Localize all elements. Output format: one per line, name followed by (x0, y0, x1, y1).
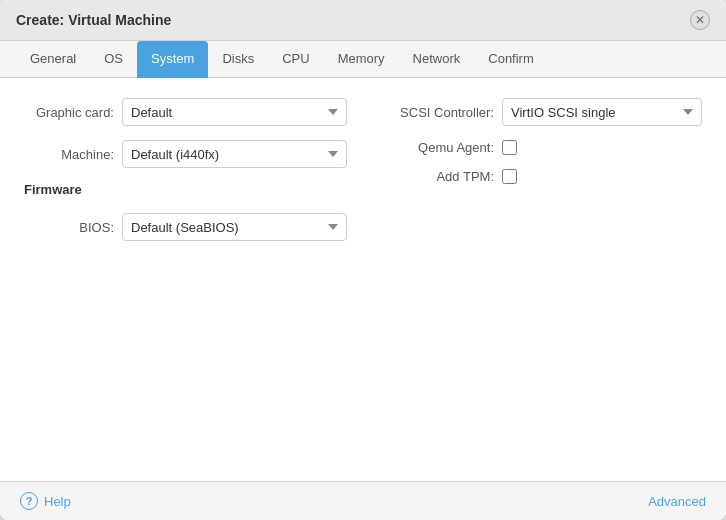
left-form-section: Graphic card: Default Machine: Default (… (24, 98, 347, 241)
dialog: Create: Virtual Machine ✕ General OS Sys… (0, 0, 726, 520)
add-tpm-row: Add TPM: (379, 169, 702, 184)
add-tpm-label: Add TPM: (379, 169, 494, 184)
bios-label: BIOS: (24, 220, 114, 235)
help-button[interactable]: ? Help (20, 492, 71, 510)
add-tpm-checkbox[interactable] (502, 169, 517, 184)
graphic-card-row: Graphic card: Default (24, 98, 347, 126)
tab-confirm[interactable]: Confirm (474, 41, 548, 78)
tab-system[interactable]: System (137, 41, 208, 78)
firmware-heading: Firmware (24, 182, 82, 197)
form-grid: Graphic card: Default Machine: Default (… (24, 98, 702, 241)
tab-network[interactable]: Network (399, 41, 475, 78)
help-label: Help (44, 494, 71, 509)
right-form-section: SCSI Controller: VirtIO SCSI single Qemu… (379, 98, 702, 241)
close-button[interactable]: ✕ (690, 10, 710, 30)
qemu-agent-checkbox-wrap (502, 140, 517, 155)
footer: ? Help Advanced (0, 481, 726, 520)
qemu-agent-checkbox[interactable] (502, 140, 517, 155)
machine-select[interactable]: Default (i440fx) (122, 140, 347, 168)
scsi-controller-label: SCSI Controller: (379, 105, 494, 120)
machine-row: Machine: Default (i440fx) (24, 140, 347, 168)
help-icon: ? (20, 492, 38, 510)
qemu-agent-row: Qemu Agent: (379, 140, 702, 155)
tab-cpu[interactable]: CPU (268, 41, 323, 78)
scsi-controller-row: SCSI Controller: VirtIO SCSI single (379, 98, 702, 126)
graphic-card-select[interactable]: Default (122, 98, 347, 126)
qemu-agent-label: Qemu Agent: (379, 140, 494, 155)
bios-row: BIOS: Default (SeaBIOS) (24, 213, 347, 241)
tab-os[interactable]: OS (90, 41, 137, 78)
tabs-bar: General OS System Disks CPU Memory Netwo… (0, 41, 726, 78)
tab-disks[interactable]: Disks (208, 41, 268, 78)
machine-label: Machine: (24, 147, 114, 162)
title-bar: Create: Virtual Machine ✕ (0, 0, 726, 41)
graphic-card-label: Graphic card: (24, 105, 114, 120)
content-area: Graphic card: Default Machine: Default (… (0, 78, 726, 481)
add-tpm-checkbox-wrap (502, 169, 517, 184)
bios-select[interactable]: Default (SeaBIOS) (122, 213, 347, 241)
advanced-button[interactable]: Advanced (648, 494, 706, 509)
scsi-controller-select[interactable]: VirtIO SCSI single (502, 98, 702, 126)
firmware-heading-row: Firmware (24, 182, 347, 199)
dialog-title: Create: Virtual Machine (16, 12, 171, 28)
tab-general[interactable]: General (16, 41, 90, 78)
tab-memory[interactable]: Memory (324, 41, 399, 78)
close-icon: ✕ (695, 14, 705, 26)
